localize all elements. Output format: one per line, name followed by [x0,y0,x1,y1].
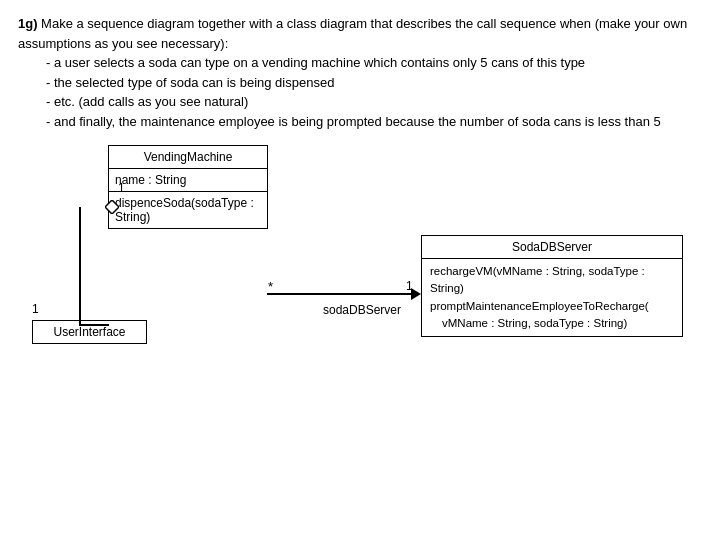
user-interface-box: UserInterface [32,320,147,344]
vending-machine-method: dispenceSoda(sodaType : String) [109,192,267,228]
vending-machine-box: VendingMachine name : String dispenceSod… [108,145,268,229]
label-star: * [268,279,273,294]
connector-line-vertical [79,207,81,325]
label-1-ui: 1 [32,302,39,316]
bold-prefix: 1g) [18,16,38,31]
bullet2: - the selected type of soda can is being… [46,75,334,90]
bullet3: - etc. (add calls as you see natural) [46,94,248,109]
intro-sentence: Make a sequence diagram together with a … [18,16,687,51]
intro-text: 1g) Make a sequence diagram together wit… [18,14,702,131]
diagram-area: VendingMachine name : String dispenceSod… [18,145,698,445]
vending-machine-title: VendingMachine [109,146,267,169]
arrow-line [267,293,415,295]
diamond-icon [105,200,119,214]
page: 1g) Make a sequence diagram together wit… [0,0,720,540]
bullet4: - and finally, the maintenance employee … [46,114,661,129]
label-1-diamond: 1 [118,181,125,195]
arrow-head [411,288,421,300]
user-interface-title: UserInterface [33,321,146,343]
soda-method-line3: vMName : String, sodaType : String) [430,317,627,329]
soda-method-line2: promptMaintenanceEmployeeToRecharge( [430,300,649,312]
vending-machine-name-field: name : String [109,169,267,192]
soda-db-server-box: SodaDBServer rechargeVM(vMName : String,… [421,235,683,337]
bullet1: - a user selects a soda can type on a ve… [46,55,585,70]
soda-db-server-methods: rechargeVM(vMName : String, sodaType : S… [422,259,682,336]
label-soda-db: sodaDBServer [323,303,401,317]
soda-method-line1: rechargeVM(vMName : String, sodaType : S… [430,265,645,294]
svg-marker-0 [105,200,119,214]
soda-db-server-title: SodaDBServer [422,236,682,259]
